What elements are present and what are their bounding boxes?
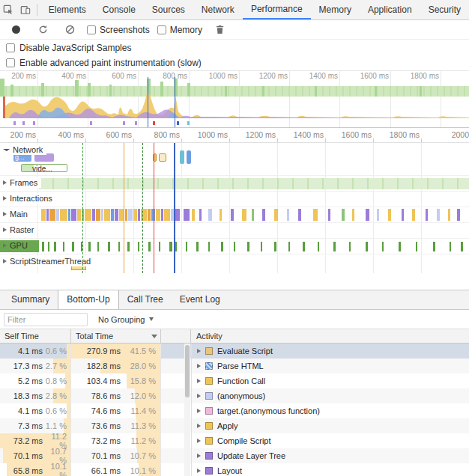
filter-input[interactable] [4,313,88,326]
timeline-tracks: Network g... vide... Frames [0,143,469,273]
table-row[interactable]: 4.1 ms0.6 % 74.6 ms11.4 % target.(anonym… [0,403,469,418]
ruler-tick-label: 2000 [432,130,469,139]
grouping-select[interactable]: No Grouping [98,315,154,324]
main-track-toggle[interactable]: Main [0,209,31,219]
screenshots-checkbox[interactable]: Screenshots [87,25,150,35]
expand-icon[interactable] [197,349,201,353]
tab-memory[interactable]: Memory [311,0,360,19]
network-request-bar[interactable] [180,150,184,164]
reload-and-record-button[interactable] [33,20,52,40]
disable-js-samples-option[interactable]: Disable JavaScript Samples [0,40,469,55]
activity-label: Compile Script [217,436,271,445]
table-row[interactable]: 73.2 ms11.2 % 73.2 ms11.2 % Compile Scri… [0,433,469,448]
tab-sources[interactable]: Sources [144,0,193,19]
collect-garbage-icon[interactable] [210,20,229,40]
tab-application[interactable]: Application [360,0,420,19]
memory-checkbox[interactable]: Memory [157,25,202,35]
activity-cell[interactable]: target.(anonymous function) [191,403,469,418]
expand-icon[interactable] [197,454,201,458]
activity-color-swatch [205,407,213,415]
paint-instrumentation-label: Enable advanced paint instrumentation (s… [19,58,202,68]
expand-icon[interactable] [197,424,201,428]
interactions-track-label: Interactions [10,194,52,203]
column-header-activity[interactable]: Activity [191,329,469,343]
table-header: Self Time Total Time Activity [0,329,469,344]
activity-color-swatch [205,467,213,475]
network-track-toggle[interactable]: Network [0,144,46,155]
devtools-window: Elements Console Sources Network Perform… [0,0,469,476]
activity-cell[interactable]: Layout [191,463,469,476]
activity-cell[interactable]: Evaluate Script [191,344,469,358]
gpu-activity-strip[interactable] [0,239,469,254]
activity-cell[interactable]: Apply [191,418,469,433]
tab-event-log[interactable]: Event Log [172,290,229,309]
track-network: Network g... vide... [0,143,469,176]
paint-instrumentation-option[interactable]: Enable advanced paint instrumentation (s… [0,55,469,71]
network-request-bar[interactable]: vide... [21,164,67,172]
expand-icon[interactable] [197,439,201,443]
record-button[interactable] [6,20,25,40]
activity-cell[interactable]: Compile Script [191,433,469,448]
tracks-empty-space [0,273,469,290]
ruler-tick-label: 1000 ms [190,130,228,139]
activity-color-swatch [205,452,213,460]
tab-elements[interactable]: Elements [40,0,94,19]
device-toolbar-icon[interactable] [16,0,33,19]
network-request-bar[interactable] [159,153,166,162]
expand-icon[interactable] [197,379,201,383]
marker-line-orange [124,143,124,273]
tab-summary[interactable]: Summary [3,290,58,309]
expand-icon[interactable] [197,394,201,398]
ruler-tick [277,138,278,142]
frames-activity-strip[interactable] [39,178,469,189]
tab-console[interactable]: Console [94,0,144,19]
activity-cell[interactable]: Function Call [191,373,469,388]
table-row[interactable]: 4.1 ms0.6 % 270.9 ms41.5 % Evaluate Scri… [0,344,469,358]
tab-security[interactable]: Security [420,0,469,19]
inspect-element-icon[interactable] [0,0,16,19]
activity-cell[interactable]: Parse HTML [191,358,469,373]
table-row[interactable]: 5.2 ms0.8 % 103.4 ms15.8 % Function Call [0,373,469,388]
column-header-total-time[interactable]: Total Time [71,329,161,343]
script-streamer-track-toggle[interactable]: ScriptStreamerThread [0,256,94,266]
table-row[interactable]: 17.3 ms2.7 % 182.8 ms28.0 % Parse HTML [0,358,469,373]
table-row[interactable]: 7.3 ms1.1 % 73.6 ms11.3 % Apply [0,418,469,433]
self-time-cell: 4.1 ms0.6 % [0,403,71,418]
timeline-overview[interactable]: 200 ms 400 ms 600 ms 800 ms 1000 ms 1200… [0,71,469,128]
gpu-track-toggle[interactable]: GPU [0,240,31,251]
activity-cell[interactable]: (anonymous) [191,388,469,403]
interactions-track-toggle[interactable]: Interactions [0,193,56,204]
column-header-self-time[interactable]: Self Time [0,329,71,343]
raster-track-label: Raster [10,225,34,234]
tab-bottom-up[interactable]: Bottom-Up [58,290,118,309]
frames-track-toggle[interactable]: Frames [0,177,41,188]
expand-icon[interactable] [197,364,201,368]
table-row[interactable]: 18.3 ms2.8 % 78.6 ms12.0 % (anonymous) [0,388,469,403]
expand-icon[interactable] [197,409,201,413]
table-scrollbar[interactable] [184,344,190,476]
self-time-cell: 70.1 ms10.7 % [0,448,71,463]
marker-line-darkgreen [142,143,143,273]
main-flamechart-strip[interactable] [0,207,469,223]
raster-track-toggle[interactable]: Raster [0,225,37,235]
activity-cell[interactable]: Update Layer Tree [191,448,469,463]
clear-button[interactable] [60,20,79,40]
network-request-bar[interactable] [187,150,191,164]
marker-line-red [154,143,154,273]
scrollbar-thumb[interactable] [185,345,190,397]
marker-line-blue [174,143,175,273]
table-row[interactable]: 70.1 ms10.7 % 70.1 ms10.7 % Update Layer… [0,448,469,463]
tab-call-tree[interactable]: Call Tree [119,290,172,309]
self-time-cell: 4.1 ms0.6 % [0,344,71,358]
main-track-label: Main [10,210,28,219]
collapse-icon [3,149,10,151]
tab-performance[interactable]: Performance [243,0,311,19]
track-raster: Raster [0,223,469,239]
overview-cpu-chart [0,71,469,128]
self-time-cell: 5.2 ms0.8 % [0,373,71,388]
expand-icon[interactable] [197,469,201,473]
table-row[interactable]: 65.8 ms10.1 % 66.1 ms10.1 % Layout [0,463,469,476]
tab-network[interactable]: Network [193,0,243,19]
bottom-up-table: 4.1 ms0.6 % 270.9 ms41.5 % Evaluate Scri… [0,344,469,476]
activity-color-swatch [205,377,213,385]
